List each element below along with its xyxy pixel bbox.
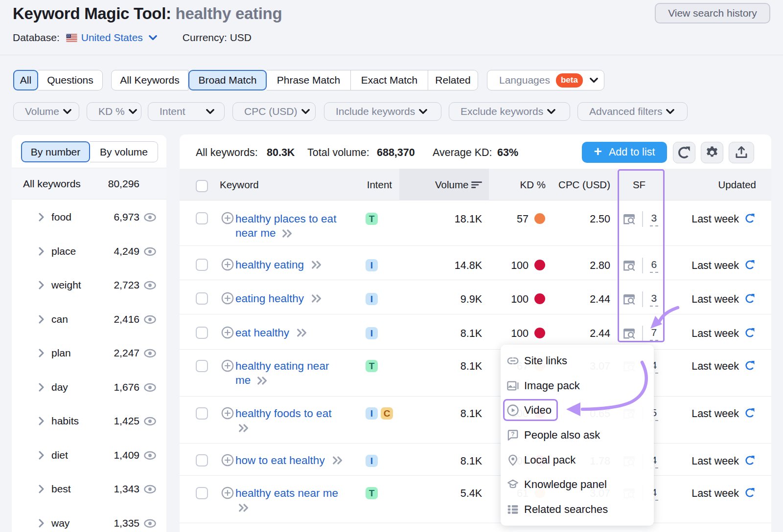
- svg-text:?: ?: [511, 431, 514, 438]
